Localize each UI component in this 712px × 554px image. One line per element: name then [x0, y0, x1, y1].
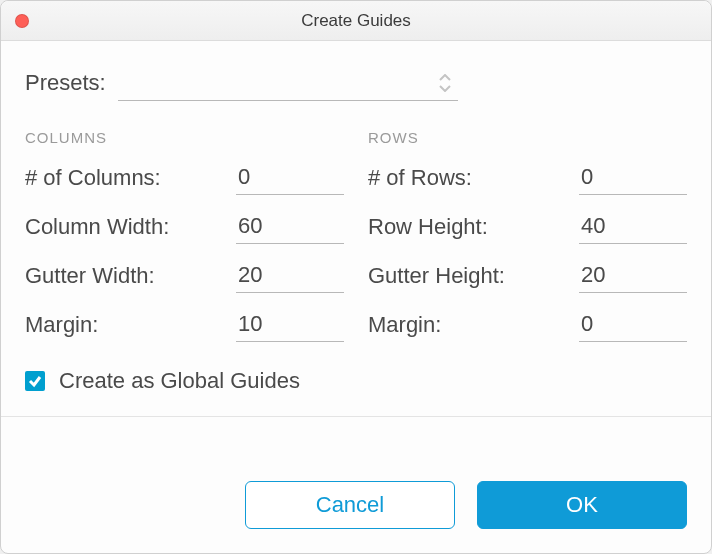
field-groups: COLUMNS # of Columns: Column Width: Gutt… — [25, 129, 687, 360]
global-guides-label: Create as Global Guides — [59, 368, 300, 394]
column-width-row: Column Width: — [25, 213, 344, 244]
columns-count-input[interactable] — [236, 164, 344, 195]
gutter-height-input[interactable] — [579, 262, 687, 293]
columns-count-row: # of Columns: — [25, 164, 344, 195]
checkmark-icon — [28, 374, 42, 388]
divider — [1, 416, 711, 417]
gutter-height-label: Gutter Height: — [368, 263, 579, 293]
column-width-input[interactable] — [236, 213, 344, 244]
presets-dropdown[interactable] — [118, 65, 458, 101]
columns-group: COLUMNS # of Columns: Column Width: Gutt… — [25, 129, 344, 360]
gutter-height-row: Gutter Height: — [368, 262, 687, 293]
gutter-width-label: Gutter Width: — [25, 263, 236, 293]
rows-margin-label: Margin: — [368, 312, 579, 342]
columns-margin-row: Margin: — [25, 311, 344, 342]
rows-header: ROWS — [368, 129, 687, 146]
window-title: Create Guides — [1, 11, 711, 31]
columns-margin-label: Margin: — [25, 312, 236, 342]
rows-margin-input[interactable] — [579, 311, 687, 342]
gutter-width-row: Gutter Width: — [25, 262, 344, 293]
columns-margin-input[interactable] — [236, 311, 344, 342]
columns-header: COLUMNS — [25, 129, 344, 146]
gutter-width-input[interactable] — [236, 262, 344, 293]
titlebar: Create Guides — [1, 1, 711, 41]
rows-count-row: # of Rows: — [368, 164, 687, 195]
cancel-button[interactable]: Cancel — [245, 481, 455, 529]
column-width-label: Column Width: — [25, 214, 236, 244]
rows-count-label: # of Rows: — [368, 165, 579, 195]
dialog-window: Create Guides Presets: COLUMNS # of Colu… — [0, 0, 712, 554]
row-height-label: Row Height: — [368, 214, 579, 244]
rows-count-input[interactable] — [579, 164, 687, 195]
presets-label: Presets: — [25, 70, 106, 96]
global-guides-checkbox-row[interactable]: Create as Global Guides — [25, 368, 687, 394]
rows-group: ROWS # of Rows: Row Height: Gutter Heigh… — [368, 129, 687, 360]
rows-margin-row: Margin: — [368, 311, 687, 342]
presets-row: Presets: — [25, 65, 687, 101]
row-height-input[interactable] — [579, 213, 687, 244]
close-window-button[interactable] — [15, 14, 29, 28]
button-row: Cancel OK — [1, 459, 711, 553]
ok-button[interactable]: OK — [477, 481, 687, 529]
dialog-content: Presets: COLUMNS # of Columns: Column Wi… — [1, 41, 711, 459]
global-guides-checkbox[interactable] — [25, 371, 45, 391]
row-height-row: Row Height: — [368, 213, 687, 244]
columns-count-label: # of Columns: — [25, 165, 236, 195]
dropdown-stepper-icon — [438, 73, 452, 93]
